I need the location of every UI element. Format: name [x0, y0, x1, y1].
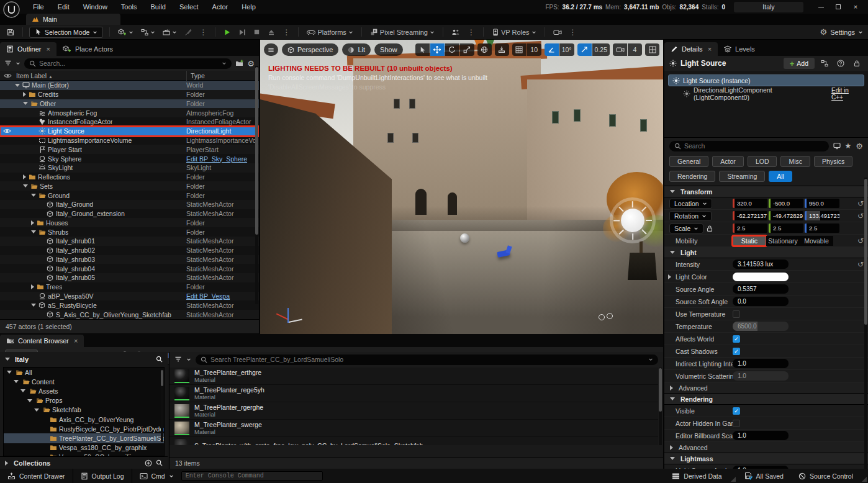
location-y-field[interactable]: -500.0 — [769, 199, 803, 208]
filter-chip-physics[interactable]: Physics — [814, 156, 852, 167]
cast-shadows-checkbox[interactable]: ✓ — [733, 348, 740, 355]
axis-dropdown[interactable]: Location — [669, 199, 712, 209]
virtual-camera-button[interactable] — [551, 27, 564, 38]
outliner-row[interactable]: Italy_shrub04StaticMeshActor — [0, 264, 259, 273]
outliner-row[interactable]: ShrubsFolder — [0, 227, 259, 237]
menu-window[interactable]: Window — [76, 0, 114, 14]
multi-user-menu[interactable]: ⋮ — [466, 28, 477, 37]
actor-type[interactable]: Edit BP_Vespa — [186, 292, 256, 300]
folder-tree-item[interactable]: Props — [4, 396, 164, 405]
outliner-row[interactable]: ReflectionsFolder — [0, 173, 259, 182]
section-header-lightmass[interactable]: Lightmass — [664, 453, 868, 464]
close-button[interactable]: × — [847, 0, 864, 14]
sun-gizmo[interactable] — [610, 197, 656, 243]
collections-row[interactable]: Collections — [0, 456, 168, 469]
outliner-row[interactable]: Player StartPlayerStart — [0, 145, 259, 154]
tab-levels[interactable]: Levels — [718, 42, 761, 56]
select-tool-button[interactable] — [415, 43, 430, 56]
outliner-row[interactable]: Sky SphereEdit BP_Sky_Sphere — [0, 154, 259, 163]
search-icon[interactable] — [156, 459, 163, 466]
perspective-dropdown[interactable]: Perspective — [282, 43, 338, 56]
rotation-x-field[interactable]: -62.272137 ° — [733, 211, 767, 220]
scale-y-field[interactable]: 2.5 — [769, 223, 803, 233]
advanced-expander[interactable]: Advanced — [664, 382, 868, 394]
outliner-row[interactable]: HousesFolder — [0, 218, 259, 227]
platforms-dropdown[interactable]: Platforms — [305, 27, 355, 38]
outliner-row[interactable]: SkyLightSkyLight — [0, 163, 259, 173]
axis-dropdown[interactable]: Rotation — [669, 211, 712, 221]
menu-build[interactable]: Build — [144, 0, 173, 14]
viewport-panel[interactable]: Perspective Lit Show 10 10° — [260, 40, 663, 334]
location-x-field[interactable]: 320.0 — [733, 199, 767, 208]
filter-chip-rendering[interactable]: Rendering — [669, 171, 715, 182]
asset-item[interactable]: M_TreePlanter_swergeMaterial — [170, 420, 658, 437]
cb-search-input[interactable] — [210, 356, 645, 363]
outliner-row[interactable]: SetsFolder — [0, 181, 259, 191]
folder-tree-item[interactable]: Assets — [4, 386, 164, 395]
outliner-row[interactable]: LightmassImportanceVolumeLightmassImport… — [0, 136, 259, 145]
close-tab-icon[interactable]: × — [47, 45, 50, 53]
chevron-down-icon[interactable] — [222, 61, 227, 66]
editor-billboard-scale-field[interactable]: 1.0 — [733, 431, 789, 440]
outliner-row[interactable]: Italy_GroundStaticMeshActor — [0, 200, 259, 209]
virtual-camera-menu[interactable]: ⋮ — [567, 28, 579, 37]
expand-arrow-icon[interactable] — [14, 380, 19, 383]
use-temperature-checkbox[interactable] — [733, 310, 740, 318]
assets-scrollbar[interactable] — [659, 368, 662, 445]
temperature-field[interactable]: 6500.0 — [733, 322, 789, 331]
settings-dropdown[interactable]: ⚙ Settings — [820, 28, 863, 36]
outliner-row[interactable]: Main (Editor)World — [0, 81, 259, 90]
expand-arrow-icon[interactable] — [34, 409, 39, 412]
filter-chip-actor[interactable]: Actor — [712, 156, 744, 167]
menu-file[interactable]: File — [26, 0, 51, 14]
folder-tree-item[interactable]: RustyBicycle_CC_by_PiotrPjotDyderski — [4, 424, 164, 433]
filter-icon[interactable] — [174, 356, 182, 363]
filter-chip-streaming[interactable]: Streaming — [719, 171, 765, 182]
expand-arrow-icon[interactable] — [31, 304, 36, 307]
selection-mode-dropdown[interactable]: Selection Mode — [29, 27, 103, 38]
show-dropdown[interactable]: Show — [374, 43, 403, 56]
component-row-lightcomponent[interactable]: DirectionalLightComponent (LightComponen… — [664, 88, 868, 99]
indirect-lighting-inte--field[interactable]: 1.0 — [733, 359, 789, 368]
camera-speed-value[interactable]: 4 — [628, 43, 642, 56]
scale-tool-button[interactable] — [460, 43, 474, 56]
folder-tree-item[interactable]: Vespa_ss180_CC_by_graphix — [4, 443, 164, 453]
mobility-option-static[interactable]: Static — [733, 236, 766, 246]
vp-roles-dropdown[interactable]: VP Roles — [490, 27, 538, 38]
source-angle-field[interactable]: 0.5357 — [733, 284, 789, 294]
axis-dropdown[interactable]: Scale — [669, 223, 703, 233]
eject-button[interactable] — [266, 27, 277, 38]
folder-tree-item[interactable]: All — [4, 368, 164, 377]
column-type[interactable]: Type — [186, 71, 205, 81]
rotation-z-field[interactable]: 133.491723 ° — [805, 211, 839, 220]
scale-snap-value[interactable]: 0.25 — [592, 43, 610, 56]
rotation-y-field[interactable]: -49.472829 ° — [769, 211, 803, 220]
menu-actor[interactable]: Actor — [206, 0, 235, 14]
expand-arrow-icon[interactable] — [20, 389, 25, 392]
new-folder-icon[interactable] — [235, 60, 243, 67]
menu-select[interactable]: Select — [173, 0, 206, 14]
angle-snap-value[interactable]: 10° — [559, 43, 574, 56]
chevron-down-icon[interactable] — [648, 357, 653, 362]
intensity-field[interactable]: 3.141593 lux — [733, 260, 789, 269]
outliner-row[interactable]: Light SourceDirectionalLight — [0, 127, 259, 136]
output-log-button[interactable]: Output Log — [73, 469, 132, 483]
outliner-row[interactable]: S_Axis_CC_by_OliverYeung_SketchfabStatic… — [0, 310, 259, 319]
collapse-arrow-icon[interactable] — [31, 220, 34, 225]
add-collection-icon[interactable] — [145, 459, 152, 467]
outliner-search[interactable] — [24, 58, 232, 69]
rotate-tool-button[interactable] — [445, 43, 459, 56]
all-saved-button[interactable]: All Saved — [737, 469, 791, 483]
outliner-row[interactable]: InstancedFoliageActorInstancedFoliageAct… — [0, 117, 259, 127]
move-tool-button[interactable] — [430, 43, 445, 56]
tab-main-level[interactable]: Main — [26, 14, 120, 25]
outliner-row[interactable]: Italy_shrub01StaticMeshActor — [0, 237, 259, 246]
folder-tree-item[interactable]: Content — [4, 377, 164, 386]
light-color-swatch[interactable] — [733, 273, 789, 281]
folder-tree-item[interactable]: Sketchfab — [4, 405, 164, 415]
asset-item[interactable]: S_TreePlanter_with_grate_free_low_poly_C… — [170, 437, 658, 445]
grid-snap-button[interactable] — [512, 43, 527, 56]
expand-arrow-icon[interactable] — [7, 371, 12, 374]
visible-checkbox[interactable]: ✓ — [733, 407, 740, 415]
outliner-row[interactable]: OtherFolder — [0, 99, 259, 109]
